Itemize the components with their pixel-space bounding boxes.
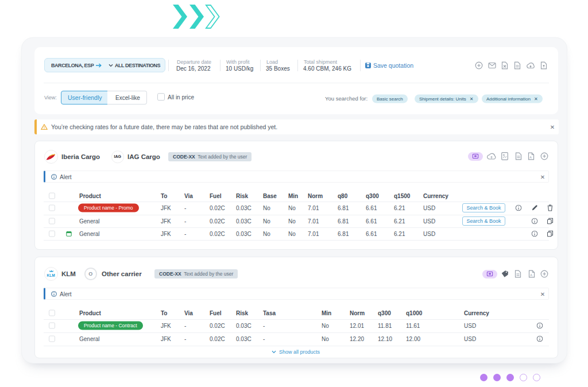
svg-text:KLM: KLM: [47, 273, 55, 277]
svg-text:A: A: [529, 156, 532, 159]
svg-text:A: A: [530, 273, 532, 277]
